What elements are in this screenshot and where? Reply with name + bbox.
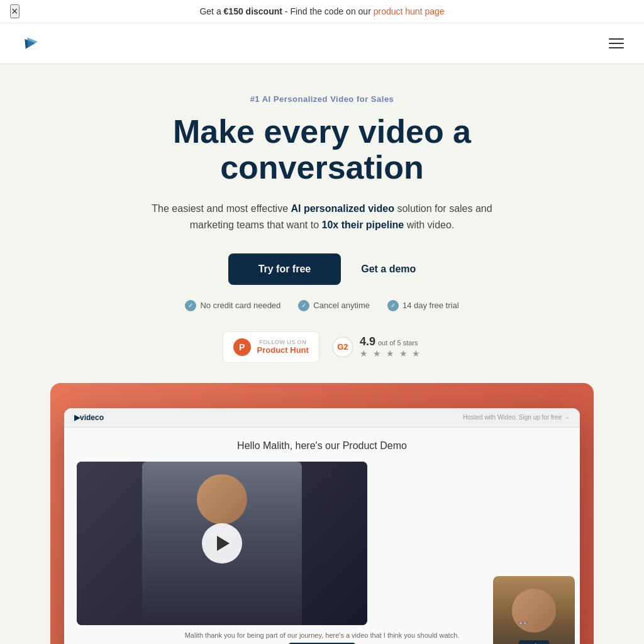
close-announcement-button[interactable]: × [10,4,19,18]
g2-stars: ★ ★ ★ ★ ★ [360,348,422,358]
video-player[interactable]: ↖ ▶ 0:00 [77,462,367,625]
hero-eyebrow: #1 AI Personalized Video for Sales [13,94,631,104]
cursor-icon: ↖ [325,468,337,483]
check-icon-2: ✓ [298,300,309,311]
trust-item-1: ✓ No credit card needed [185,300,280,311]
trust-item-3: ✓ 14 day free trial [387,300,459,311]
hero-description: The easiest and most effective AI person… [146,201,498,233]
g2-score-suffix: out of 5 stars [378,339,418,347]
announcement-bar: × Get a €150 discount - Find the code on… [0,0,644,23]
product-hunt-text: FOLLOW US ON Product Hunt [257,339,309,355]
trust-text-3: 14 day free trial [402,301,459,310]
g2-score: 4.9 [360,335,375,348]
product-hunt-badge[interactable]: P FOLLOW US ON Product Hunt [223,331,319,363]
trust-row: ✓ No credit card needed ✓ Cancel anytime… [13,300,631,311]
browser-hosted-label: Hosted with Wideo. Sign up for free → [463,414,570,421]
get-a-demo-button[interactable]: Get a demo [361,264,416,275]
hero-section: #1 AI Personalized Video for Sales Make … [0,64,644,644]
logo[interactable] [20,32,43,55]
video-thumbnail: ↖ [77,462,367,625]
g2-rating: 4.9 out of 5 stars ★ ★ ★ ★ ★ [360,335,422,358]
try-for-free-button[interactable]: Try for free [228,253,341,285]
check-icon-1: ✓ [185,300,196,311]
announcement-text: Get a €150 discount - Find the code on o… [199,6,444,16]
video-container-wrapper: ▶videco Hosted with Wideo. Sign up for f… [13,383,631,644]
g2-score-row: 4.9 out of 5 stars [360,335,422,348]
g2-badge: G2 4.9 out of 5 stars ★ ★ ★ ★ ★ [332,335,422,358]
browser-brand-logo: ▶videco [74,413,104,422]
trust-text-1: No credit card needed [200,301,280,310]
product-hunt-link[interactable]: product hunt page [374,6,445,16]
browser-bar: ▶videco Hosted with Wideo. Sign up for f… [64,408,580,428]
play-button[interactable] [202,523,242,564]
hamburger-menu-button[interactable] [609,38,624,48]
bottom-person-image: 👓 Product [493,576,575,644]
video-section: ▶videco Hosted with Wideo. Sign up for f… [50,383,594,644]
product-hunt-name: Product Hunt [257,345,309,355]
social-proof-badges: P FOLLOW US ON Product Hunt G2 4.9 out o… [13,331,631,363]
cta-row: Try for free Get a demo [13,253,631,285]
check-icon-3: ✓ [387,300,399,311]
g2-logo: G2 [332,336,353,358]
video-personalized-title: Hello Malith, here's our Product Demo [77,440,567,452]
product-hunt-logo: P [233,338,251,356]
hero-title: Make every video a conversation [86,114,558,186]
navbar [0,23,644,64]
play-triangle-icon [217,536,230,551]
video-footer-text: Malith thank you for being part of our j… [87,631,557,639]
trust-text-2: Cancel anytime [313,301,370,310]
product-hunt-follow-label: FOLLOW US ON [257,339,309,345]
trust-item-2: ✓ Cancel anytime [298,300,370,311]
